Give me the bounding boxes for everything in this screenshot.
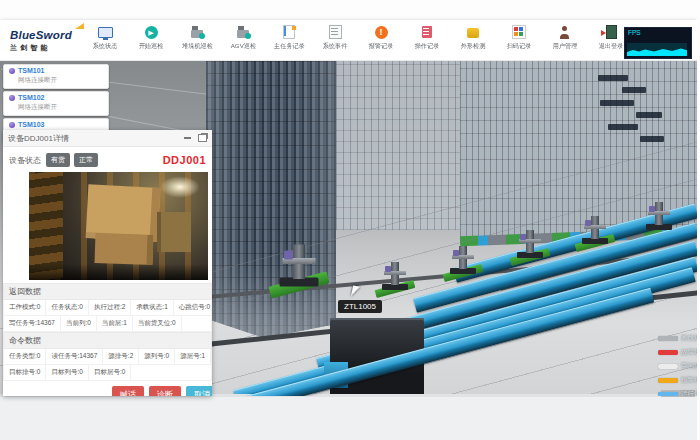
brand-subtitle: 兰剑智能 — [10, 44, 80, 51]
alert-device-id: TSM102 — [18, 94, 44, 101]
brand-accent-icon — [75, 23, 84, 29]
panel-actions: 喊话 诊断 取消 — [3, 381, 212, 396]
toolbar-item-alarm-records[interactable]: ! 报警记录 — [364, 25, 398, 51]
alert-message: 网络连接断开 — [18, 76, 103, 85]
data-cell: 源层号1 — [175, 349, 211, 364]
device-dot-icon — [9, 68, 15, 74]
scan-records-icon — [512, 25, 527, 39]
data-cell: 当前列0 — [61, 316, 97, 331]
data-cell: 任务状态0 — [46, 300, 88, 315]
stacker-crane[interactable] — [582, 210, 608, 244]
toolbar-item-system-status[interactable]: 系统状态 — [88, 25, 122, 51]
stacker-crane[interactable] — [517, 224, 543, 258]
toolbar-item-user-management[interactable]: 用户管理 — [548, 25, 582, 51]
rack-label-chip — [600, 100, 634, 106]
toolbar-item-task-records[interactable]: 主任务记录 — [272, 25, 306, 51]
toolbar-label: 开始巡检 — [139, 42, 164, 51]
operation-records-icon — [420, 25, 435, 39]
alarm-records-icon: ! — [374, 25, 389, 39]
status-legend: 离线状态 故障状态 空闲状态 报警状态 运行状态 — [658, 334, 697, 396]
rack-label-chip — [636, 112, 662, 118]
rack-label-chip — [640, 136, 664, 142]
section-header-return-data: 返回数据 — [3, 283, 212, 300]
data-cell: 写任务号14367 — [4, 316, 61, 331]
data-cell: 目标排号0 — [4, 365, 46, 380]
data-cell: 当前货叉位0 — [133, 316, 182, 331]
rack-label-chip — [608, 124, 638, 130]
status-badge-health: 正常 — [74, 153, 98, 167]
toolbar-label: 报警记录 — [369, 42, 394, 51]
toolbar-item-shape-detection[interactable]: 外形检测 — [456, 25, 490, 51]
legend-swatch — [658, 392, 678, 396]
legend-row: 报警状态 — [658, 376, 697, 385]
cancel-button[interactable]: 取消 — [186, 386, 212, 396]
rack-label-chip — [598, 75, 628, 81]
toolbar-item-agv-patrol[interactable]: AGV巡检 — [226, 25, 260, 51]
photo-floor-shadow — [29, 264, 208, 280]
status-label: 设备状态 — [9, 155, 41, 166]
toolbar-label: 退出登录 — [599, 42, 624, 51]
data-cell-filler — [182, 316, 211, 331]
app-window: BlueSword 兰剑智能 系统状态 ▶ 开始巡检 堆垛机巡检 — [0, 20, 697, 397]
device-camera-image — [29, 172, 208, 280]
fps-stats-panel[interactable]: FPS — [624, 27, 692, 59]
status-badge-load: 有货 — [46, 153, 70, 167]
toolbar-item-start-patrol[interactable]: ▶ 开始巡检 — [134, 25, 168, 51]
toolbar-item-stacker-patrol[interactable]: 堆垛机巡检 — [180, 25, 214, 51]
toolbar-label: 操作记录 — [415, 42, 440, 51]
stacker-crane[interactable] — [382, 256, 408, 290]
device-status-row: 设备状态 有货 正常 DDJ001 — [3, 147, 212, 171]
legend-label: 故障状态 — [681, 348, 697, 357]
shape-detection-icon — [466, 25, 481, 39]
stacker-crane-hovered[interactable] — [280, 236, 319, 287]
data-cell: 心跳信号0 — [174, 300, 212, 315]
legend-label: 空闲状态 — [681, 362, 697, 371]
legend-swatch — [658, 378, 678, 383]
screenshot-canvas: BlueSword 兰剑智能 系统状态 ▶ 开始巡检 堆垛机巡检 — [0, 0, 700, 440]
task-records-icon — [282, 25, 297, 39]
legend-swatch — [658, 364, 678, 369]
toolbar-item-operation-records[interactable]: 操作记录 — [410, 25, 444, 51]
data-cell: 源列号0 — [139, 349, 175, 364]
panel-title: 设备DDJ001详情 — [8, 133, 69, 144]
stacker-patrol-icon — [190, 25, 205, 39]
photo-box — [94, 233, 153, 265]
announce-button[interactable]: 喊话 — [112, 386, 144, 396]
toolbar-label: 扫码记录 — [507, 42, 532, 51]
legend-row: 离线状态 — [658, 334, 697, 343]
legend-swatch — [658, 350, 678, 355]
toolbar-item-logout[interactable]: 退出登录 — [594, 25, 628, 51]
alert-device-id: TSM103 — [18, 121, 44, 128]
toolbar-label: AGV巡检 — [230, 42, 255, 51]
toolbar-label: 用户管理 — [553, 42, 578, 51]
top-toolbar: BlueSword 兰剑智能 系统状态 ▶ 开始巡检 堆垛机巡检 — [0, 20, 697, 61]
alert-card[interactable]: TSM101 网络连接断开 — [3, 64, 109, 89]
panel-titlebar: 设备DDJ001详情 — [3, 130, 212, 147]
device-id: DDJ001 — [163, 154, 206, 166]
data-cell: 读任务号14367 — [46, 349, 103, 364]
stacker-crane[interactable] — [450, 240, 476, 274]
system-status-icon — [98, 25, 113, 39]
toolbar-label: 系统事件 — [323, 42, 348, 51]
alert-card[interactable]: TSM102 网络连接断开 — [3, 91, 109, 116]
legend-swatch — [658, 336, 678, 341]
restore-icon[interactable] — [198, 134, 207, 142]
legend-label: 离线状态 — [681, 334, 697, 343]
brand-title: BlueSword — [10, 30, 72, 42]
minimize-icon[interactable] — [184, 137, 191, 139]
toolbar-item-system-events[interactable]: 系统事件 — [318, 25, 352, 51]
rack-label-chip — [622, 87, 646, 93]
toolbar-item-scan-records[interactable]: 扫码记录 — [502, 25, 536, 51]
toolbar-label: 外形检测 — [461, 42, 486, 51]
data-cell: 承载状态1 — [131, 300, 173, 315]
stacker-crane[interactable] — [646, 196, 672, 230]
device-detail-panel: 设备DDJ001详情 设备状态 有货 正常 DDJ001 返回数据 — [3, 130, 212, 396]
photo-light-glow — [160, 176, 200, 198]
data-cell: 任务类型0 — [4, 349, 46, 364]
diagnose-button[interactable]: 诊断 — [149, 386, 181, 396]
start-patrol-icon: ▶ — [144, 25, 159, 39]
legend-label: 运行状态 — [681, 390, 697, 396]
toolbar-label: 堆垛机巡检 — [182, 42, 213, 51]
data-row: 工作模式0 任务状态0 执行过程2 承载状态1 心跳信号0 — [3, 300, 212, 316]
system-events-icon — [328, 25, 343, 39]
